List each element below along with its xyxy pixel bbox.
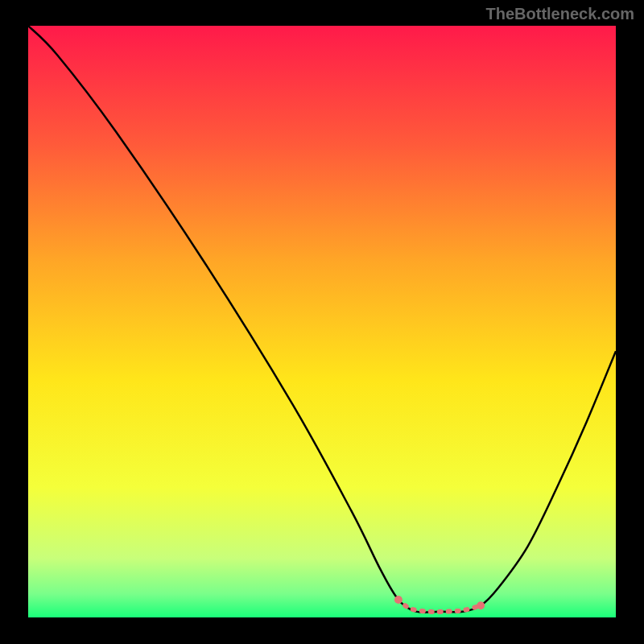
gradient-background <box>28 26 616 617</box>
svg-point-0 <box>394 596 402 604</box>
chart-svg <box>28 26 616 617</box>
watermark-text: TheBottleneck.com <box>486 5 634 23</box>
chart-area <box>28 26 616 617</box>
svg-point-1 <box>477 601 485 609</box>
